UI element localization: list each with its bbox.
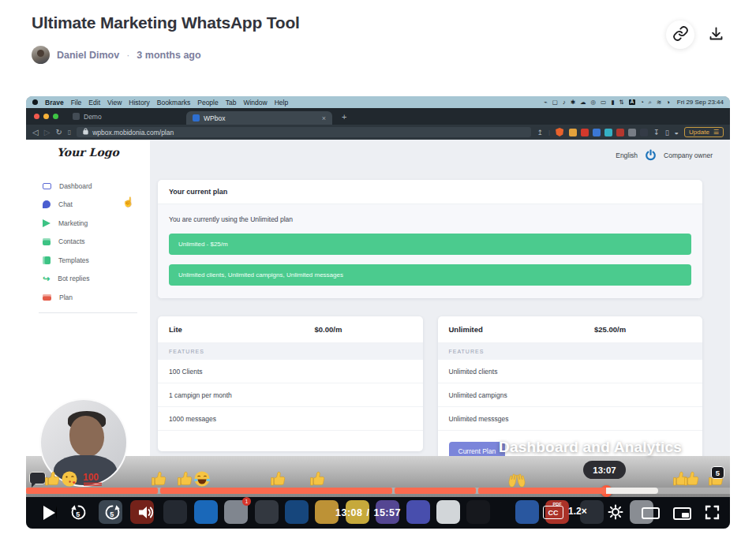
- copy-link-button[interactable]: [666, 21, 694, 49]
- menubar-clock: Fri 29 Sep 23:44: [677, 99, 724, 106]
- share-icon: ↥: [537, 129, 543, 136]
- extension-icon: [640, 129, 648, 136]
- menubar-item-brave: Brave: [45, 99, 64, 107]
- forward-5-button[interactable]: 5: [103, 503, 122, 524]
- brave-shield-icon: [556, 128, 563, 136]
- new-tab-icon: +: [342, 112, 346, 121]
- playback-speed-button[interactable]: 1.2×: [568, 506, 587, 517]
- settings-icon: ✱: [571, 99, 575, 106]
- close-window-icon: [34, 114, 39, 119]
- extension-icon: [569, 129, 577, 136]
- theater-mode-button[interactable]: [642, 507, 660, 519]
- feature-row: 1000 messages: [158, 407, 423, 431]
- menubar-item-file: File: [71, 99, 82, 107]
- user-role: Company owner: [664, 151, 713, 159]
- webapp-screen: Your Logo Dashboard Chat Marketing Conta…: [26, 140, 730, 456]
- current-time: 13:08: [335, 507, 362, 518]
- dock-calculator: [255, 500, 279, 524]
- menubar-item-edit: Edit: [88, 99, 100, 107]
- sidebar-item-templates: Templates: [26, 251, 150, 270]
- tab-wpbox-label: WPbox: [204, 114, 225, 122]
- progress-played-segment: [478, 488, 606, 494]
- dock-settings: 1: [224, 500, 248, 524]
- sidebar-item-plan: Plan: [26, 288, 150, 307]
- sidebar-item-dashboard: Dashboard: [26, 177, 150, 196]
- author-name: Daniel Dimov: [57, 50, 119, 61]
- download-icon: [708, 25, 724, 44]
- rewind-5-button[interactable]: 5: [69, 503, 88, 524]
- dock-terminal: [466, 500, 490, 524]
- sidebar-item-marketing: Marketing: [26, 214, 150, 233]
- menubar-item-help: Help: [275, 99, 288, 107]
- lock-icon: [83, 128, 88, 136]
- volume-button[interactable]: [137, 503, 155, 524]
- time-machine-icon: ◔: [640, 99, 644, 106]
- dock-1password: [285, 500, 309, 524]
- forward-icon: ▷: [44, 128, 51, 136]
- url-text: wpbox.mobidonia.com/plan: [92, 129, 174, 136]
- menubar-item-history: History: [129, 99, 149, 107]
- sidebar-toggle-icon: ▯: [665, 129, 669, 136]
- svg-text:5: 5: [110, 510, 114, 518]
- language-selector: English: [616, 151, 638, 159]
- update-label: Update: [689, 129, 709, 136]
- header-actions: [666, 21, 729, 49]
- author-avatar: [32, 46, 50, 64]
- picture-in-picture-button[interactable]: [673, 507, 691, 520]
- plan-banner: Unlimited - $25/m: [169, 234, 691, 255]
- extension-icon: [593, 129, 601, 136]
- sidebar-item-contacts: Contacts: [26, 233, 150, 252]
- player-control-bar: 1PDF 5 5 13:08 /: [26, 497, 730, 529]
- progress-bar[interactable]: [26, 488, 730, 494]
- cloud-icon: ☁: [580, 99, 586, 106]
- chat-icon: [43, 200, 51, 208]
- menubar-item-view: View: [107, 99, 122, 107]
- video-player[interactable]: Brave File Edit View History Bookmarks P…: [26, 96, 730, 529]
- app-topbar: English Company owner: [150, 140, 730, 166]
- back-icon: ◁: [32, 128, 39, 136]
- captions-button[interactable]: CC: [543, 506, 563, 519]
- time-separator: /: [366, 507, 369, 518]
- page-title: Ultimate Marketing WhatsApp Tool: [32, 13, 300, 32]
- app-logo: Your Logo: [26, 146, 150, 159]
- menubar-status-icons: ⌁▢♪✱☁◎▭▮⇅A◔⌕≋◑: [544, 99, 670, 106]
- chapter-title-overlay: Dashboard and Analytics: [499, 439, 682, 456]
- browser-tabbar: Demo WPbox × +: [26, 108, 730, 125]
- feature-row: 100 Clients: [158, 360, 423, 383]
- plan-name: Lite: [169, 325, 315, 334]
- tab-close-icon: ×: [322, 114, 326, 122]
- contacts-icon: [43, 238, 51, 245]
- bookmark-icon: ▯: [68, 129, 71, 136]
- settings-gear-button[interactable]: [608, 504, 623, 522]
- features-label: FEATURES: [438, 343, 703, 360]
- plan-card-lite: Lite $0.00/m FEATURES 100 Clients 1 camp…: [158, 316, 423, 451]
- update-button: Update ☰: [684, 127, 724, 137]
- progress-played-segment: [26, 488, 158, 494]
- tab-demo: Demo: [68, 113, 186, 121]
- sidebar-item-bot-replies: ↪ Bot replies: [26, 270, 150, 289]
- plan-price: $0.00/m: [315, 325, 342, 334]
- color-profile-icon: ◑: [666, 99, 670, 106]
- traffic-lights: [34, 114, 58, 119]
- play-button[interactable]: [43, 506, 57, 520]
- seek-time-tooltip: 13:07: [583, 461, 626, 479]
- download-button[interactable]: [702, 21, 729, 48]
- dock-vscode: [194, 500, 218, 524]
- reaction-thumb-emoji: [269, 470, 286, 488]
- dock-launchpad: [163, 500, 187, 524]
- current-plan-body: You are currently using the Unlimited pl…: [158, 204, 702, 298]
- minimize-window-icon: [43, 114, 49, 119]
- tab-wpbox: WPbox ×: [186, 111, 332, 125]
- display-icon: ▢: [552, 99, 558, 106]
- menubar-item-people: People: [197, 99, 218, 107]
- features-banner: Unlimited clients, Unlimited campigns, U…: [169, 264, 691, 286]
- sidebar-label: Templates: [58, 256, 89, 264]
- tab-demo-label: Demo: [84, 113, 102, 121]
- dock-clock: [436, 500, 460, 524]
- feature-row: Unlimited messsges: [438, 407, 703, 431]
- fullscreen-button[interactable]: [705, 505, 720, 522]
- battery-icon: ▮: [611, 99, 614, 106]
- sound-icon: ♪: [563, 99, 566, 106]
- plan-icon: [43, 294, 51, 301]
- link-icon: [672, 25, 689, 44]
